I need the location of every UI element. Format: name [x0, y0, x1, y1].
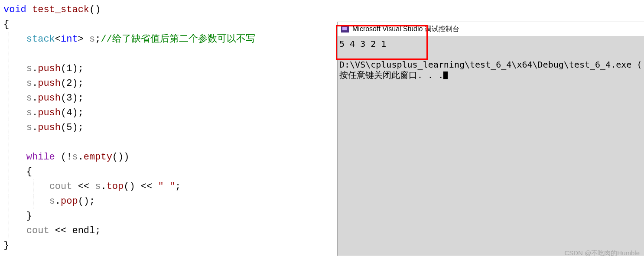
code-line: void test_stack()	[3, 3, 335, 17]
console-output: 5 4 3 2 1	[339, 39, 642, 49]
func-push: push	[38, 93, 61, 104]
code-line: s.push(1);	[3, 62, 335, 76]
angle: <	[55, 34, 61, 45]
code-line: stack<int> s;//给了缺省值后第二个参数可以不写	[3, 32, 335, 47]
console-prompt: 按任意键关闭此窗口. . .	[339, 70, 443, 80]
var-s: s	[26, 63, 32, 74]
var-s: s	[72, 152, 78, 162]
console-window[interactable]: Microsoft Visual Studio 调试控制台 5 4 3 2 1 …	[337, 22, 644, 256]
console-blank	[339, 49, 642, 59]
semicolon: ;	[95, 225, 101, 236]
code-line: s.push(3);	[3, 91, 335, 106]
semicolon: ;	[89, 196, 95, 207]
vs-icon	[341, 26, 349, 32]
dot: .	[78, 152, 84, 162]
dot: .	[32, 78, 38, 89]
semicolon: ;	[78, 107, 84, 118]
code-line-blank	[3, 47, 335, 62]
dot: .	[32, 122, 38, 133]
code-line: cout << endl;	[3, 224, 335, 238]
comment: //给了缺省值后第二个参数可以不写	[101, 34, 255, 45]
operator: <<	[135, 181, 158, 192]
var-s: s	[26, 78, 32, 89]
var-s: s	[49, 196, 55, 207]
console-path: D:\VS\cplusplus_learning\test_6_4\x64\De…	[339, 59, 642, 70]
func-push: push	[38, 63, 61, 74]
dot: .	[55, 196, 61, 207]
indent	[3, 93, 26, 104]
dot: .	[32, 93, 38, 104]
cursor-icon	[443, 72, 448, 79]
func-push: push	[38, 122, 61, 133]
indent	[3, 78, 26, 89]
code-line: {	[3, 17, 335, 32]
arg: (3)	[61, 93, 78, 104]
console-prompt-line: 按任意键关闭此窗口. . .	[339, 70, 642, 80]
console-titlebar[interactable]: Microsoft Visual Studio 调试控制台	[338, 22, 644, 36]
type-int: int	[61, 34, 78, 45]
console-title: Microsoft Visual Studio 调试控制台	[352, 25, 459, 34]
code-line: s.push(2);	[3, 76, 335, 91]
code-line: s.push(5);	[3, 120, 335, 135]
arg: (1)	[61, 63, 78, 74]
dot: .	[101, 181, 106, 192]
var-s: s	[26, 122, 32, 133]
dot: .	[32, 107, 38, 118]
indent	[3, 107, 26, 118]
parens: ()	[78, 196, 89, 207]
arg: (2)	[61, 78, 78, 89]
indent	[3, 152, 26, 162]
func-empty: empty	[84, 152, 112, 162]
code-line: }	[3, 209, 335, 224]
var-cout: cout	[49, 181, 72, 192]
dot: .	[32, 63, 38, 74]
code-line: s.pop();	[3, 194, 335, 209]
parens: ()	[124, 181, 135, 192]
watermark: CSDN @不吃肉的Humble	[564, 249, 640, 257]
indent	[3, 225, 26, 236]
operator: <<	[49, 225, 72, 236]
func-name: test_stack	[26, 4, 89, 15]
indent	[3, 34, 26, 45]
semicolon: ;	[78, 78, 84, 89]
code-line: cout << s.top() << " ";	[3, 179, 335, 194]
string-literal: " "	[158, 181, 175, 192]
var-s: s	[26, 93, 32, 104]
keyword-while: while	[26, 152, 55, 162]
semicolon: ;	[95, 34, 101, 45]
semicolon: ;	[78, 93, 84, 104]
var-s: s	[26, 107, 32, 118]
type-stack: stack	[26, 34, 55, 45]
func-pop: pop	[61, 196, 78, 207]
var-cout: cout	[26, 225, 49, 236]
parens: ()	[89, 4, 101, 15]
var-s: s	[95, 181, 101, 192]
func-top: top	[107, 181, 124, 192]
console-body[interactable]: 5 4 3 2 1 D:\VS\cplusplus_learning\test_…	[338, 36, 644, 83]
angle: >	[78, 34, 84, 45]
var-s: s	[84, 34, 95, 45]
arg: (4)	[61, 107, 78, 118]
semicolon: ;	[78, 122, 84, 133]
keyword-void: void	[3, 4, 26, 15]
code-line: while (!s.empty())	[3, 150, 335, 165]
indent	[3, 181, 49, 192]
brace-close: }	[3, 211, 32, 221]
brace-open: {	[3, 19, 9, 30]
paren: (!	[55, 152, 72, 162]
indent	[3, 63, 26, 74]
arg: (5)	[61, 122, 78, 133]
semicolon: ;	[175, 181, 181, 192]
operator: <<	[72, 181, 95, 192]
brace-open: {	[3, 166, 32, 177]
brace-close: }	[3, 240, 9, 251]
indent	[3, 196, 49, 207]
code-line-blank	[3, 135, 335, 150]
semicolon: ;	[78, 63, 84, 74]
code-editor[interactable]: void test_stack() { stack<int> s;//给了缺省值…	[0, 0, 338, 260]
code-line: s.push(4);	[3, 106, 335, 120]
func-push: push	[38, 107, 61, 118]
code-line: {	[3, 165, 335, 179]
indent	[3, 122, 26, 133]
code-line: }	[3, 238, 335, 253]
